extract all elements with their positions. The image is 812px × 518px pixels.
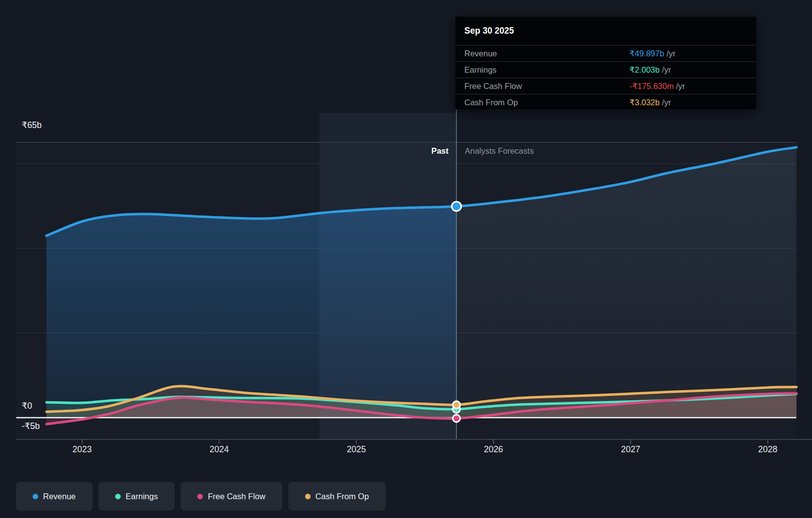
hover-tooltip: Sep 30 2025 Revenue₹49.897b /yrEarnings₹… [455,16,757,110]
cashop-legend-dot-icon [305,494,311,499]
free-cash-flow-marker [453,415,460,422]
tooltip-row-label: Earnings [464,65,496,74]
tooltip-row-value: -₹175.630m /yr [630,78,685,94]
earnings-legend-dot-icon [115,494,121,499]
legend-item-label: Earnings [126,492,158,501]
cash-from-op-marker [453,401,460,409]
tooltip-row-revenue: Revenue₹49.897b /yr [455,45,756,61]
x-axis-label-2026: 2026 [484,444,503,455]
y-axis-label-neg5b: -₹5b [22,421,40,432]
x-axis-label-2024: 2024 [210,444,229,455]
tooltip-row-label: Free Cash Flow [464,82,522,90]
tooltip-row-value: ₹49.897b /yr [630,45,676,61]
revenue-legend-dot-icon [33,494,38,499]
tooltip-row-value: ₹2.003b /yr [630,62,671,78]
legend-item-free-cash-flow[interactable]: Free Cash Flow [180,482,282,511]
tooltip-date: Sep 30 2025 [455,17,756,45]
revenue-area-past [46,206,456,418]
tooltip-row-unit: /yr [660,65,671,74]
tooltip-row-unit: /yr [674,82,685,90]
tooltip-row-free-cash-flow: Free Cash Flow-₹175.630m /yr [455,78,756,94]
tooltip-row-unit: /yr [660,98,671,107]
past-label: Past [431,142,449,159]
tooltip-row-label: Revenue [464,49,497,58]
legend-item-label: Revenue [43,492,76,501]
fcf-legend-dot-icon [197,494,203,499]
legend-item-label: Cash From Op [316,492,369,501]
tooltip-row-value: ₹3.032b /yr [630,94,671,110]
x-axis-label-2025: 2025 [347,444,366,455]
legend-item-earnings[interactable]: Earnings [98,482,175,511]
tooltip-row-label: Cash From Op [464,98,518,107]
y-axis-label-0: ₹0 [22,401,32,411]
y-axis-label-65b: ₹65b [22,120,42,130]
x-axis-label-2023: 2023 [73,444,92,455]
legend-item-cash-from-op[interactable]: Cash From Op [288,482,386,511]
earnings-revenue-chart: ₹65b ₹0 -₹5b Past Analysts Forecasts 202… [0,0,812,518]
tooltip-row-cash-from-op: Cash From Op₹3.032b /yr [455,94,756,110]
x-axis-label-2027: 2027 [621,444,640,455]
tooltip-row-earnings: Earnings₹2.003b /yr [455,61,756,78]
analysts-forecasts-label: Analysts Forecasts [465,142,534,159]
revenue-marker [452,202,461,211]
x-axis-label-2028: 2028 [758,444,777,455]
chart-legend: RevenueEarningsFree Cash FlowCash From O… [16,482,386,511]
legend-item-revenue[interactable]: Revenue [16,482,92,511]
legend-item-label: Free Cash Flow [208,492,265,501]
tooltip-row-unit: /yr [664,49,676,58]
